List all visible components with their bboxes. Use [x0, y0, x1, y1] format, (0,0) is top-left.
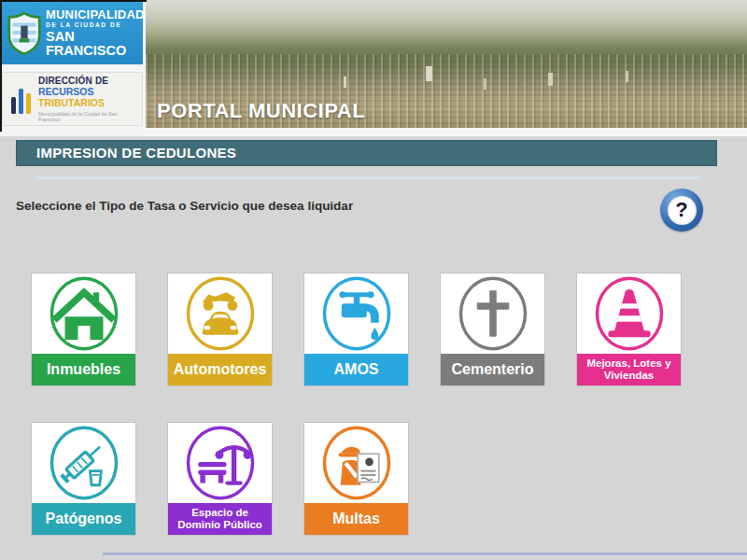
- muni-logo-line3: SAN FRANCISCO: [46, 30, 145, 58]
- tile-label-bar: Automotores: [168, 354, 272, 385]
- header: MUNICIPALIDAD DE LA CIUDAD DE SAN FRANCI…: [0, 0, 747, 136]
- water-tap-icon: [304, 273, 408, 354]
- tile-label: Automotores: [174, 361, 267, 378]
- tile-label: Mejoras, Lotes y: [586, 357, 670, 370]
- tile-label: Multas: [332, 511, 380, 527]
- tile-label-line2: Viviendas: [604, 370, 655, 382]
- tile-label-bar: AMOS: [304, 354, 408, 385]
- portal-title: PORTAL MUNICIPAL: [157, 99, 365, 123]
- tile-label-bar: Multas: [304, 503, 408, 535]
- window-edge-top: [0, 0, 147, 2]
- tile-amos[interactable]: AMOS: [303, 273, 409, 386]
- tile-label-bar: Cementerio: [441, 354, 544, 385]
- tile-label-bar: Inmuebles: [32, 354, 135, 385]
- tile-mejoras-lotes-viviendas[interactable]: Mejoras, Lotes y Viviendas: [576, 273, 682, 386]
- footer-strip: [0, 555, 747, 560]
- traffic-cone-icon: [577, 273, 681, 354]
- tile-label: Cementerio: [451, 361, 533, 378]
- section-divider: [35, 176, 700, 179]
- tile-multas[interactable]: Multas: [303, 422, 409, 536]
- tile-espacio-dominio-publico[interactable]: Espacio de Dominio Público: [167, 422, 273, 536]
- tile-label-bar: Mejoras, Lotes y Viviendas: [577, 354, 681, 385]
- window-edge-left: [0, 0, 2, 132]
- tile-automotores[interactable]: Automotores: [167, 273, 273, 386]
- photo-buildings: [426, 66, 432, 81]
- dir-logo-tagline: Municipalidad de la Ciudad de San Franci…: [38, 111, 138, 123]
- syringe-icon: [32, 423, 135, 503]
- tile-label: Inmuebles: [47, 361, 120, 378]
- tile-label-bar: Espacio de Dominio Público: [168, 503, 272, 535]
- cross-icon: [441, 273, 544, 354]
- muni-logo-line1: MUNICIPALIDAD: [46, 8, 145, 21]
- municipality-logo[interactable]: MUNICIPALIDAD DE LA CIUDAD DE SAN FRANCI…: [2, 2, 143, 64]
- tile-label-bar: Patógenos: [32, 503, 135, 535]
- header-aerial-photo: PORTAL MUNICIPAL: [146, 0, 747, 128]
- tile-label: Patógenos: [46, 511, 122, 527]
- house-icon: [32, 273, 135, 354]
- section-title-bar: IMPRESION DE CEDULONES: [16, 140, 717, 166]
- bar-chart-icon: [11, 84, 32, 114]
- question-mark-icon: ?: [668, 196, 697, 225]
- tile-cementerio[interactable]: Cementerio: [440, 273, 545, 386]
- tax-direction-logo[interactable]: DIRECCIÓN DE RECURSOS TRIBUTARIOS Munici…: [2, 72, 143, 126]
- photo-haze: [146, 0, 747, 51]
- subtitle-text: Seleccione el Tipo de Tasa o Servicio qu…: [16, 199, 353, 213]
- tile-label: Espacio de: [191, 507, 248, 519]
- help-button[interactable]: ?: [660, 189, 703, 231]
- tile-inmuebles[interactable]: Inmuebles: [31, 273, 136, 386]
- dir-logo-tributarios: TRIBUTARIOS: [38, 97, 105, 108]
- motorcycle-car-icon: [168, 273, 272, 354]
- dir-logo-line1: DIRECCIÓN DE: [38, 76, 138, 87]
- section-title: IMPRESION DE CEDULONES: [36, 145, 236, 161]
- officer-ticket-icon: [304, 423, 408, 503]
- bench-streetlamp-icon: [168, 423, 272, 503]
- muni-logo-line2: DE LA CIUDAD DE: [46, 22, 145, 29]
- dir-logo-recursos: RECURSOS: [38, 86, 94, 97]
- tile-patogenos[interactable]: Patógenos: [31, 422, 136, 536]
- footer-divider-line: [103, 553, 747, 555]
- coat-of-arms-icon: [7, 12, 41, 55]
- tile-label-line2: Dominio Público: [177, 519, 262, 531]
- tile-label: AMOS: [334, 361, 379, 378]
